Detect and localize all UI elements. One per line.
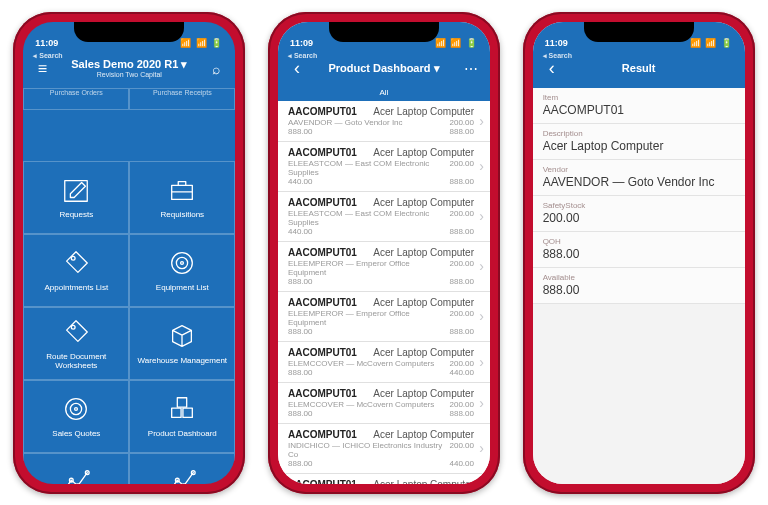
- field-value: 888.00: [543, 247, 735, 261]
- tile-label: Sales Quotes: [52, 429, 100, 438]
- product-list[interactable]: AACOMPUT01Acer Laptop ComputerAAVENDOR —…: [278, 101, 490, 484]
- list-item[interactable]: AACOMPUT01Acer Laptop ComputerELEEASTCOM…: [278, 192, 490, 242]
- tile-service-orders[interactable]: Service Orders: [129, 453, 235, 484]
- svg-point-4: [177, 257, 188, 268]
- tile-route-document-worksheets[interactable]: Route Document Worksheets: [23, 307, 129, 380]
- chevron-left-icon: ‹: [549, 58, 555, 79]
- graph-icon: [61, 467, 91, 484]
- tile-product-dashboard[interactable]: Product Dashboard: [129, 380, 235, 453]
- row-v3: 888.00: [288, 127, 312, 136]
- field-item: ItemAACOMPUT01: [533, 88, 745, 124]
- tile-field-service-manager[interactable]: Field Service Manager: [23, 453, 129, 484]
- row-v1: 200.00: [450, 400, 474, 409]
- row-sub: ELEMCCOVER — McCovern Computers: [288, 359, 434, 368]
- screen-home: 11:09 📶 📶 🔋 ◂ Search ≡ Sales Demo 2020 R…: [23, 22, 235, 484]
- ellipsis-icon: ⋯: [464, 61, 478, 77]
- status-back-to-search[interactable]: ◂ Search: [543, 52, 572, 60]
- svg-point-3: [172, 253, 193, 274]
- row-sub: AAVENDOR — Goto Vendor Inc: [288, 118, 403, 127]
- screen-detail: 11:09 📶 📶 🔋 ◂ Search ‹ Result ItemAACOMP…: [533, 22, 745, 484]
- list-item[interactable]: AACOMPUT01Acer Laptop ComputerELEEMPEROR…: [278, 242, 490, 292]
- row-v2: 888.00: [450, 177, 474, 186]
- tile-label: Purchase Orders: [50, 89, 103, 96]
- row-name: Acer Laptop Computer: [373, 429, 474, 440]
- row-sub: ELEEASTCOM — East COM Electronic Supplie…: [288, 159, 450, 177]
- row-v2: 888.00: [450, 127, 474, 136]
- row-v3: 888.00: [288, 409, 312, 418]
- row-sub: ELEEASTCOM — East COM Electronic Supplie…: [288, 209, 450, 227]
- status-back-to-search[interactable]: ◂ Search: [288, 52, 317, 60]
- nav-subtitle: Revision Two Capital: [71, 71, 187, 79]
- tile-label: Product Dashboard: [148, 429, 217, 438]
- row-sub: ELEEMPEROR — Emperor Office Equipment: [288, 309, 450, 327]
- briefcase-icon: [167, 175, 197, 205]
- tile-cut-left[interactable]: Purchase Orders: [23, 88, 129, 110]
- row-v3: 888.00: [288, 459, 312, 468]
- pencil-square-icon: [61, 175, 91, 205]
- row-v1: 200.00: [450, 441, 474, 459]
- phone-home: 11:09 📶 📶 🔋 ◂ Search ≡ Sales Demo 2020 R…: [13, 12, 245, 494]
- row-v3: 440.00: [288, 227, 312, 236]
- list-item[interactable]: AACOMPUT01Acer Laptop ComputerAAVENDOR —…: [278, 101, 490, 142]
- tile-label: Equipment List: [156, 283, 209, 292]
- nav-title-home[interactable]: Sales Demo 2020 R1 ▾ Revision Two Capita…: [71, 58, 187, 79]
- tag-icon: [61, 248, 91, 278]
- row-v3: 888.00: [288, 368, 312, 377]
- tile-warehouse-management[interactable]: Warehouse Management: [129, 307, 235, 380]
- svg-point-6: [72, 325, 76, 329]
- svg-rect-11: [183, 408, 192, 417]
- field-label: Description: [543, 129, 735, 138]
- target-icon: [61, 394, 91, 424]
- tile-label: Route Document Worksheets: [28, 352, 124, 370]
- row-sku: AACOMPUT01: [288, 479, 357, 484]
- tile-requests[interactable]: Requests: [23, 161, 129, 234]
- tile-label: Appointments List: [45, 283, 109, 292]
- filter-all[interactable]: All: [278, 88, 490, 101]
- tile-sales-quotes[interactable]: Sales Quotes: [23, 380, 129, 453]
- tile-cut-right[interactable]: Purchase Receipts: [129, 88, 235, 110]
- nav-title-list[interactable]: Product Dashboard ▾: [328, 62, 439, 75]
- list-item[interactable]: AACOMPUT01Acer Laptop ComputerELEMCCOVER…: [278, 383, 490, 424]
- more-button[interactable]: ⋯: [456, 50, 486, 88]
- field-label: Available: [543, 273, 735, 282]
- svg-rect-0: [65, 181, 88, 202]
- status-back-to-search[interactable]: ◂ Search: [33, 52, 62, 60]
- row-sku: AACOMPUT01: [288, 297, 357, 308]
- detail-fields: ItemAACOMPUT01DescriptionAcer Laptop Com…: [533, 88, 745, 484]
- row-name: Acer Laptop Computer: [373, 347, 474, 358]
- row-sku: AACOMPUT01: [288, 147, 357, 158]
- field-label: SafetyStock: [543, 201, 735, 210]
- tile-equipment-list[interactable]: Equipment List: [129, 234, 235, 307]
- hamburger-icon: ≡: [38, 60, 47, 78]
- row-name: Acer Laptop Computer: [373, 388, 474, 399]
- target-icon: [167, 248, 197, 278]
- row-v3: 888.00: [288, 327, 312, 336]
- tile-label: Warehouse Management: [138, 356, 228, 365]
- row-name: Acer Laptop Computer: [373, 479, 474, 484]
- tile-label: Requests: [59, 210, 93, 219]
- row-name: Acer Laptop Computer: [373, 297, 474, 308]
- boxes-icon: [167, 394, 197, 424]
- field-value: AACOMPUT01: [543, 103, 735, 117]
- field-value: 888.00: [543, 283, 735, 297]
- list-item[interactable]: AACOMPUT01Acer Laptop ComputerELEMCCOVER…: [278, 342, 490, 383]
- list-item[interactable]: AACOMPUT01Acer Laptop ComputerINDICHICO …: [278, 474, 490, 484]
- field-description: DescriptionAcer Laptop Computer: [533, 124, 745, 160]
- row-sku: AACOMPUT01: [288, 247, 357, 258]
- list-item[interactable]: AACOMPUT01Acer Laptop ComputerINDICHICO …: [278, 424, 490, 474]
- list-item[interactable]: AACOMPUT01Acer Laptop ComputerELEEMPEROR…: [278, 292, 490, 342]
- row-sub: INDICHICO — ICHICO Electronics Industry …: [288, 441, 450, 459]
- field-value: Acer Laptop Computer: [543, 139, 735, 153]
- svg-point-9: [75, 408, 78, 411]
- row-sku: AACOMPUT01: [288, 106, 357, 117]
- row-v1: 200.00: [450, 159, 474, 177]
- row-v1: 200.00: [450, 259, 474, 277]
- row-name: Acer Laptop Computer: [373, 197, 474, 208]
- tile-appointments-list[interactable]: Appointments List: [23, 234, 129, 307]
- tile-grid: Purchase Orders Purchase Receipts Reques…: [23, 88, 235, 484]
- list-item[interactable]: AACOMPUT01Acer Laptop ComputerELEEASTCOM…: [278, 142, 490, 192]
- search-button[interactable]: ⌕: [201, 50, 231, 88]
- nav-title-text: Product Dashboard ▾: [328, 62, 439, 74]
- tile-requisitions[interactable]: Requisitions: [129, 161, 235, 234]
- svg-rect-10: [172, 408, 181, 417]
